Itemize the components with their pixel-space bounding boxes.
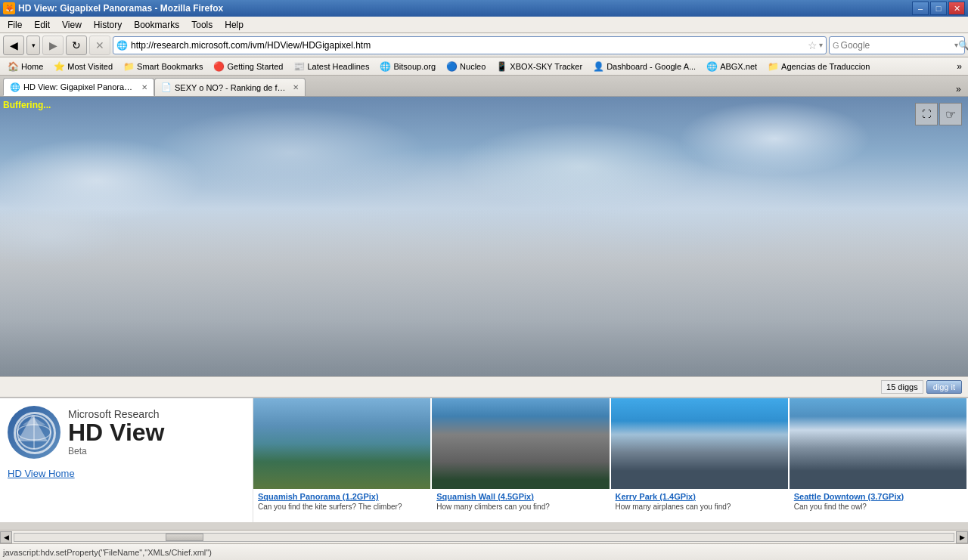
hd-view-panel: Microsoft Research HD View Beta HD View …	[0, 398, 253, 522]
thumb-title-squamish-panorama[interactable]: Squamish Panorama (1.2GPix)	[258, 492, 426, 501]
menu-history[interactable]: History	[88, 18, 128, 32]
url-input[interactable]	[131, 40, 808, 51]
search-button[interactable]: 🔍	[958, 40, 968, 51]
menu-help[interactable]: Help	[219, 18, 250, 32]
thumb-img-kerry-park	[611, 398, 788, 489]
bookmark-bitsoup[interactable]: 🌐 Bitsoup.org	[375, 60, 440, 73]
thumbnail-squamish-panorama[interactable]: Squamish Panorama (1.2GPix) Can you find…	[253, 398, 432, 522]
hd-view-home-link[interactable]: HD View Home	[8, 468, 245, 479]
bookmark-dashboard-label: Dashboard - Google A...	[607, 62, 696, 71]
bookmark-abgx[interactable]: 🌐 ABGX.net	[702, 60, 762, 73]
minimize-button[interactable]: –	[912, 2, 929, 15]
thumb-desc-squamish-panorama: Can you find the kite surfers? The climb…	[258, 503, 426, 511]
svg-point-1	[17, 425, 51, 440]
scroll-left-button[interactable]: ◀	[0, 531, 12, 543]
content-area: Buffering... ☞ ⛶ 15 diggs digg it	[0, 97, 968, 530]
scroll-thumb[interactable]	[166, 534, 203, 541]
window-controls[interactable]: – □ ✕	[912, 2, 965, 15]
thumbnail-squamish-wall[interactable]: Squamish Wall (4.5GPix) How many climber…	[432, 398, 610, 522]
logo-svg	[15, 413, 53, 451]
page-icon: 🌐	[116, 40, 128, 51]
thumb-img-squamish-wall	[432, 398, 609, 489]
smart-bookmarks-icon: 📁	[123, 61, 135, 72]
bookmark-agencias[interactable]: 📁 Agencias de Traduccion	[763, 60, 874, 73]
firefox-icon: 🦊	[3, 2, 15, 14]
thumb-title-squamish-wall[interactable]: Squamish Wall (4.5GPix)	[436, 492, 604, 501]
panorama-viewer[interactable]: Buffering... ☞ ⛶	[0, 97, 968, 376]
thumb-caption-squamish-wall: Squamish Wall (4.5GPix) How many climber…	[432, 489, 609, 514]
tab-scroll[interactable]: »	[953, 82, 965, 96]
menu-edit[interactable]: Edit	[28, 18, 56, 32]
svg-point-0	[17, 416, 51, 449]
digg-widget: 15 diggs digg it	[881, 380, 962, 394]
thumbnail-kerry-park[interactable]: Kerry Park (1.4GPix) How many airplanes …	[611, 398, 790, 522]
svg-marker-3	[23, 417, 45, 425]
bookmark-xbox-sky[interactable]: 📱 XBOX-SKY Tracker	[492, 60, 587, 73]
menu-file[interactable]: File	[2, 18, 28, 32]
star-button[interactable]: ☆	[808, 39, 818, 51]
bookmark-smart-bookmarks-label: Smart Bookmarks	[137, 62, 203, 71]
back-dropdown[interactable]: ▾	[26, 36, 40, 55]
hd-logo-text: Microsoft Research HD View Beta	[68, 408, 164, 456]
search-container: G ▾ 🔍	[829, 36, 965, 54]
thumb-title-kerry-park[interactable]: Kerry Park (1.4GPix)	[616, 492, 783, 501]
thumb-caption-seattle: Seattle Downtown (3.7GPix) Can you find …	[790, 489, 966, 514]
bookmark-xbox-sky-label: XBOX-SKY Tracker	[510, 62, 582, 71]
bookmark-smart-bookmarks[interactable]: 📁 Smart Bookmarks	[119, 60, 207, 73]
thumb-caption-kerry-park: Kerry Park (1.4GPix) How many airplanes …	[611, 489, 788, 514]
latest-headlines-icon: 📰	[293, 61, 305, 72]
bookmark-nucleo[interactable]: 🔵 Nucleo	[442, 60, 490, 73]
dashboard-icon: 👤	[593, 61, 604, 72]
scroll-track[interactable]	[14, 533, 954, 542]
most-visited-icon: ⭐	[54, 61, 65, 72]
thumb-caption-squamish-panorama: Squamish Panorama (1.2GPix) Can you find…	[253, 489, 430, 514]
bookmark-bitsoup-label: Bitsoup.org	[393, 62, 436, 71]
bookmark-getting-started[interactable]: 🔴 Getting Started	[209, 60, 287, 73]
thumbnail-seattle[interactable]: Seattle Downtown (3.7GPix) Can you find …	[790, 398, 968, 522]
tab-sexy-close[interactable]: ✕	[293, 83, 299, 91]
back-button[interactable]: ◀	[3, 36, 24, 55]
bitsoup-icon: 🌐	[380, 61, 391, 72]
bookmark-most-visited[interactable]: ⭐ Most Visited	[49, 60, 117, 73]
tab-sexy[interactable]: 📄 SEXY o NO? - Ranking de fotos, con... …	[154, 78, 306, 96]
search-engine-icon: G	[833, 41, 839, 50]
bookmark-home-label: Home	[21, 62, 43, 71]
menu-bookmarks[interactable]: Bookmarks	[128, 18, 185, 32]
bookmarks-bar: 🏠 Home ⭐ Most Visited 📁 Smart Bookmarks …	[0, 57, 968, 76]
buffering-text: Buffering...	[3, 100, 51, 110]
search-input[interactable]	[841, 40, 954, 51]
stop-button[interactable]: ✕	[89, 36, 110, 55]
bookmarks-more-button[interactable]: »	[954, 60, 965, 73]
tab-hd-view[interactable]: 🌐 HD View: Gigapixel Panoramas ✕	[3, 78, 154, 96]
hd-logo-area: Microsoft Research HD View Beta	[8, 406, 245, 459]
hd-view-logo	[8, 406, 60, 459]
scroll-right-button[interactable]: ▶	[956, 531, 968, 543]
close-button[interactable]: ✕	[948, 2, 965, 15]
cursor-icon[interactable]: ☞	[939, 103, 962, 125]
abgx-icon: 🌐	[706, 61, 718, 72]
dropdown-arrow[interactable]: ▾	[819, 41, 823, 49]
status-bar: javascript:hdv.setProperty("FileName","X…	[0, 543, 968, 560]
menu-tools[interactable]: Tools	[185, 18, 219, 32]
maximize-button[interactable]: □	[930, 2, 947, 15]
menu-view[interactable]: View	[56, 18, 88, 32]
tab-hd-view-icon: 🌐	[10, 82, 20, 92]
url-bar-container: 🌐 ☆ ▾	[113, 36, 827, 54]
bookmark-dashboard[interactable]: 👤 Dashboard - Google A...	[588, 60, 700, 73]
expand-icon[interactable]: ⛶	[915, 103, 938, 125]
tab-hd-view-close[interactable]: ✕	[141, 83, 147, 91]
home-icon: 🏠	[8, 61, 19, 72]
reload-button[interactable]: ↻	[66, 36, 87, 55]
agencias-icon: 📁	[768, 61, 779, 72]
panorama-background	[0, 97, 968, 376]
forward-button[interactable]: ▶	[42, 36, 64, 55]
digg-button[interactable]: digg it	[926, 380, 962, 394]
thumb-desc-seattle: Can you find the owl?	[794, 503, 962, 511]
getting-started-icon: 🔴	[213, 61, 225, 72]
mountain-silhouette	[0, 209, 968, 376]
bookmark-latest-headlines[interactable]: 📰 Latest Headlines	[289, 60, 374, 73]
bookmark-home[interactable]: 🏠 Home	[3, 60, 48, 73]
horizontal-scrollbar[interactable]: ◀ ▶	[0, 530, 968, 543]
xbox-sky-icon: 📱	[496, 61, 507, 72]
thumb-title-seattle[interactable]: Seattle Downtown (3.7GPix)	[794, 492, 962, 501]
